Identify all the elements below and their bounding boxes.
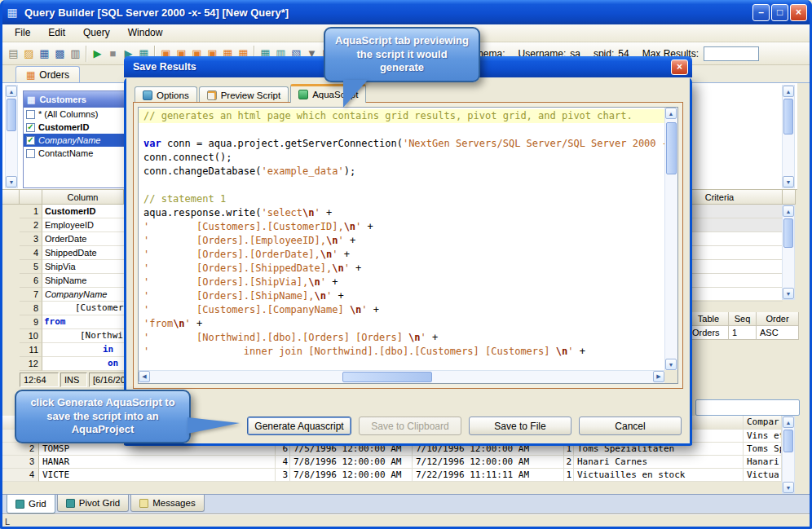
scroll-down-button[interactable]: ▼ bbox=[665, 359, 677, 370]
new-file-icon[interactable]: ▤ bbox=[6, 46, 21, 62]
results-cell: HANAR bbox=[39, 456, 276, 469]
sort-header-table[interactable]: Table bbox=[689, 312, 729, 326]
max-results-input[interactable] bbox=[704, 46, 759, 61]
save-to-file-button[interactable]: Save to File bbox=[469, 417, 571, 435]
results-scrollbar[interactable]: ▲ ▼ bbox=[782, 416, 795, 494]
save-to-clipboard-button[interactable]: Save to Clipboard bbox=[359, 417, 461, 435]
customers-list-item[interactable]: * (All Columns) bbox=[24, 108, 136, 121]
results-cell-company: Hanari bbox=[744, 456, 782, 469]
customers-list: * (All Columns)✓CustomerID✓CompanyNameCo… bbox=[24, 108, 136, 187]
scroll-left-button[interactable]: ◀ bbox=[139, 371, 150, 382]
code-vertical-scrollbar[interactable]: ▲ ▼ bbox=[664, 108, 677, 370]
scroll-down-button[interactable]: ▼ bbox=[783, 288, 794, 299]
columns-grid-row[interactable]: 7CompanyName bbox=[20, 288, 124, 302]
scroll-up-button[interactable]: ▲ bbox=[6, 86, 17, 97]
close-button[interactable]: × bbox=[790, 4, 807, 21]
dialog-tab-preview-script[interactable]: Preview Script bbox=[199, 86, 289, 103]
stop-icon[interactable]: ■ bbox=[105, 46, 121, 62]
print-icon[interactable]: ▥ bbox=[68, 46, 83, 62]
results-cell-company: Vins et bbox=[744, 430, 782, 443]
cancel-button[interactable]: Cancel bbox=[579, 417, 682, 435]
filter-input[interactable] bbox=[695, 399, 800, 416]
tab-orders[interactable]: ▦ Orders bbox=[15, 66, 80, 82]
scrollbar-thumb[interactable] bbox=[342, 372, 432, 382]
scroll-right-button[interactable]: ▶ bbox=[653, 371, 664, 382]
scroll-up-button[interactable]: ▲ bbox=[783, 86, 794, 97]
scrollbar-thumb[interactable] bbox=[7, 99, 16, 131]
customers-list-item[interactable]: ✓CompanyName bbox=[24, 134, 136, 147]
columns-grid-row[interactable]: 9from bbox=[20, 315, 124, 329]
checkbox-icon[interactable]: ✓ bbox=[26, 123, 35, 132]
results-cell: 7/22/1996 11:11:11 AM bbox=[413, 469, 564, 482]
scrollbar-thumb[interactable] bbox=[666, 122, 677, 174]
column-header[interactable]: Column bbox=[42, 190, 124, 205]
scroll-up-button[interactable]: ▲ bbox=[783, 205, 794, 217]
tab-messages[interactable]: Messages bbox=[130, 495, 204, 512]
results-cell: VICTE bbox=[39, 469, 276, 482]
scrollbar-thumb[interactable] bbox=[783, 218, 793, 248]
canvas-right-scrollbar[interactable]: ▲ ▼ bbox=[782, 85, 795, 188]
checkbox-icon[interactable] bbox=[26, 149, 35, 158]
sort-cell[interactable]: Orders bbox=[689, 326, 729, 340]
execute-icon[interactable]: ▶ bbox=[90, 46, 105, 62]
scroll-down-button[interactable]: ▼ bbox=[783, 482, 794, 493]
code-line: // statement 1 bbox=[143, 192, 664, 206]
columns-grid-row[interactable]: 11in bbox=[20, 343, 124, 357]
canvas-left-scrollbar[interactable]: ▲ ▼ bbox=[5, 85, 18, 188]
minimize-button[interactable]: – bbox=[752, 4, 770, 21]
checkbox-icon[interactable]: ✓ bbox=[26, 136, 35, 145]
columns-grid-row[interactable]: 6ShipName bbox=[20, 274, 124, 288]
generate-aquascript-button[interactable]: Generate Aquascript bbox=[247, 417, 351, 435]
dialog-tab-options[interactable]: Options bbox=[135, 86, 197, 103]
sort-header-seq[interactable]: Seq bbox=[729, 312, 757, 326]
columns-grid-row[interactable]: 5ShipVia bbox=[20, 260, 124, 274]
menu-window[interactable]: Window bbox=[119, 24, 172, 42]
scroll-down-button[interactable]: ▼ bbox=[6, 176, 17, 187]
tab-grid[interactable]: Grid bbox=[7, 495, 55, 514]
results-header-company[interactable]: Compar bbox=[744, 416, 782, 430]
code-token: \n bbox=[302, 207, 314, 218]
scrollbar-thumb[interactable] bbox=[783, 99, 793, 134]
code-line: conn.connect(); bbox=[143, 151, 664, 165]
scroll-up-button[interactable]: ▲ bbox=[665, 108, 677, 119]
columns-grid-row[interactable]: 1CustomerID bbox=[20, 205, 124, 218]
customers-list-item[interactable]: ContactName bbox=[24, 147, 136, 160]
results-row[interactable]: 3HANAR47/8/1996 12:00:00 AM7/12/1996 12:… bbox=[2, 456, 782, 469]
scroll-down-button[interactable]: ▼ bbox=[783, 176, 794, 187]
code-line: ' [Customers].[CompanyName] \n' + bbox=[143, 303, 664, 317]
grid-right-scrollbar[interactable]: ▲ ▼ bbox=[782, 205, 795, 300]
save-all-icon[interactable]: ▩ bbox=[52, 46, 68, 62]
columns-grid-row[interactable]: 10[Northwi bbox=[20, 329, 124, 343]
row-number: 11 bbox=[20, 343, 42, 357]
menu-file[interactable]: File bbox=[6, 24, 39, 42]
checkbox-icon[interactable] bbox=[26, 110, 35, 119]
columns-grid-row[interactable]: 4ShippedDate bbox=[20, 246, 124, 260]
columns-grid-row[interactable]: 2EmployeeID bbox=[20, 218, 124, 232]
scroll-up-button[interactable]: ▲ bbox=[783, 417, 794, 428]
columns-grid-row[interactable]: 8[Customer bbox=[20, 302, 124, 315]
columns-grid-row[interactable]: 3OrderDate bbox=[20, 232, 124, 246]
column-label: * (All Columns) bbox=[38, 109, 98, 119]
sort-cell[interactable]: 1 bbox=[729, 326, 757, 340]
code-editor[interactable]: // generates an html page which contains… bbox=[139, 108, 664, 370]
sort-grid-row[interactable]: Orders1ASC bbox=[689, 326, 799, 340]
dialog-close-button[interactable]: × bbox=[671, 60, 688, 75]
sort-cell[interactable]: ASC bbox=[757, 326, 799, 340]
maximize-button[interactable]: □ bbox=[771, 4, 788, 21]
titlebar[interactable]: ▦ Query Builder [SQL Server 2000 -x- 54]… bbox=[0, 0, 812, 24]
code-horizontal-scrollbar[interactable]: ◀ ▶ bbox=[139, 370, 664, 383]
results-row[interactable]: 4VICTE37/8/1996 12:00:00 AM7/22/1996 11:… bbox=[2, 469, 782, 482]
customers-list-item[interactable]: ✓CustomerID bbox=[24, 121, 136, 134]
columns-grid-row[interactable]: 12on bbox=[20, 357, 124, 371]
menu-edit[interactable]: Edit bbox=[39, 24, 74, 42]
sort-header-order[interactable]: Order bbox=[757, 312, 799, 326]
save-icon[interactable]: ▦ bbox=[37, 46, 52, 62]
scrollbar-thumb[interactable] bbox=[783, 430, 793, 452]
menu-query[interactable]: Query bbox=[74, 24, 119, 42]
cell-value: from bbox=[42, 315, 124, 329]
open-file-icon[interactable]: ▨ bbox=[21, 46, 37, 62]
code-token: + bbox=[320, 207, 332, 218]
tab-pivot-grid[interactable]: Pivot Grid bbox=[57, 495, 130, 512]
code-token: 'example_data' bbox=[262, 165, 344, 177]
callout-aquascript-tab: AquaScript tab previewing the script it … bbox=[324, 27, 480, 82]
